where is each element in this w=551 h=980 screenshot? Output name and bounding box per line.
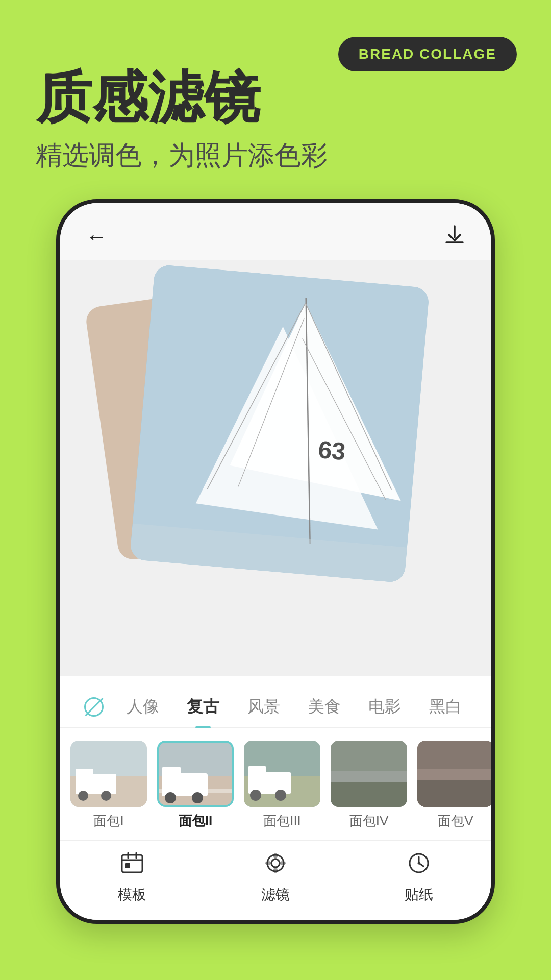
filter-category-cinema[interactable]: 电影 bbox=[363, 692, 406, 722]
svg-rect-13 bbox=[76, 769, 93, 779]
svg-point-49 bbox=[418, 862, 420, 865]
sticker-icon bbox=[407, 851, 431, 881]
filter-item-3[interactable]: 面包III bbox=[244, 741, 320, 830]
filter-item-4[interactable]: 面包IV bbox=[331, 741, 407, 830]
back-button[interactable]: ← bbox=[86, 225, 107, 249]
svg-point-14 bbox=[78, 791, 88, 801]
svg-point-28 bbox=[275, 790, 286, 801]
filter-label-2: 面包II bbox=[179, 812, 212, 830]
filter-thumbnails: 面包I bbox=[60, 728, 491, 835]
filter-label-4: 面包IV bbox=[349, 812, 389, 830]
nav-template-label: 模板 bbox=[118, 885, 146, 904]
filter-item-1[interactable]: 面包I bbox=[70, 741, 147, 830]
svg-rect-31 bbox=[331, 771, 407, 782]
filter-label-5: 面包V bbox=[438, 812, 473, 830]
filter-category-bw[interactable]: 黑白 bbox=[424, 692, 467, 722]
nav-filter[interactable]: 滤镜 bbox=[261, 851, 290, 904]
nav-sticker[interactable]: 贴纸 bbox=[405, 851, 433, 904]
svg-point-15 bbox=[101, 791, 111, 801]
nav-sticker-label: 贴纸 bbox=[405, 885, 433, 904]
filter-thumb-img-2 bbox=[157, 741, 234, 807]
svg-point-27 bbox=[250, 790, 261, 801]
phone-mockup: ← bbox=[56, 199, 495, 924]
photo-canvas: 63 bbox=[60, 260, 491, 676]
filter-category-landscape[interactable]: 风景 bbox=[242, 692, 285, 722]
svg-point-42 bbox=[273, 853, 278, 859]
filter-thumb-img-3 bbox=[244, 741, 320, 807]
svg-point-44 bbox=[265, 861, 271, 865]
svg-point-21 bbox=[165, 792, 176, 803]
svg-point-22 bbox=[192, 792, 203, 803]
filter-thumb-img-1 bbox=[70, 741, 147, 807]
svg-rect-39 bbox=[125, 863, 130, 868]
phone-content: ← bbox=[60, 203, 491, 920]
filter-thumb-img-4 bbox=[331, 741, 407, 807]
svg-rect-33 bbox=[417, 779, 491, 807]
template-icon bbox=[120, 851, 144, 881]
filter-item-5[interactable]: 面包V bbox=[417, 741, 491, 830]
svg-rect-20 bbox=[162, 767, 181, 778]
svg-text:63: 63 bbox=[317, 436, 347, 465]
download-button[interactable] bbox=[444, 224, 465, 250]
filter-none-icon[interactable] bbox=[84, 697, 104, 717]
svg-rect-26 bbox=[248, 766, 266, 777]
svg-point-45 bbox=[280, 861, 286, 865]
filter-categories: 人像 复古 风景 美食 电影 黑白 bbox=[60, 687, 491, 728]
filter-category-portrait[interactable]: 人像 bbox=[121, 692, 164, 722]
svg-rect-34 bbox=[417, 769, 491, 780]
filter-thumb-img-5 bbox=[417, 741, 491, 807]
filter-label-3: 面包III bbox=[263, 812, 301, 830]
svg-point-43 bbox=[273, 867, 278, 873]
filter-tabs: 人像 复古 风景 美食 电影 黑白 bbox=[60, 676, 491, 840]
svg-point-41 bbox=[271, 859, 280, 867]
main-title: 质感滤镜 bbox=[36, 66, 260, 128]
svg-rect-30 bbox=[331, 781, 407, 807]
bottom-nav: 模板 滤镜 bbox=[60, 840, 491, 920]
nav-filter-label: 滤镜 bbox=[261, 885, 290, 904]
subtitle: 精选调色，为照片添色彩 bbox=[36, 138, 328, 174]
filter-label-1: 面包I bbox=[93, 812, 123, 830]
filter-category-retro[interactable]: 复古 bbox=[182, 692, 224, 722]
filter-item-2[interactable]: 面包II bbox=[157, 741, 234, 830]
app-badge: BREAD COLLAGE bbox=[338, 37, 517, 71]
filter-category-food[interactable]: 美食 bbox=[303, 692, 346, 722]
filter-icon bbox=[263, 851, 288, 881]
photo-front-card: 63 bbox=[130, 264, 430, 583]
phone-topbar: ← bbox=[60, 203, 491, 260]
nav-template[interactable]: 模板 bbox=[118, 851, 146, 904]
